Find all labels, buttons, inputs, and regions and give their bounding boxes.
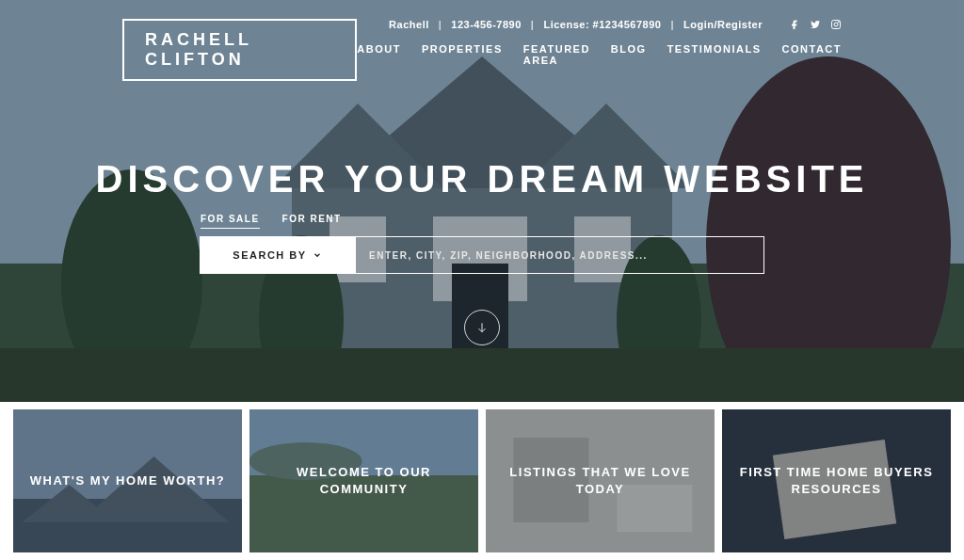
license-number: License: #1234567890 (543, 19, 661, 30)
card-home-worth[interactable]: WHAT'S MY HOME WORTH? (13, 409, 242, 552)
instagram-icon[interactable] (830, 19, 842, 30)
svg-point-17 (838, 22, 839, 23)
facebook-icon[interactable] (789, 19, 800, 30)
search-bar: SEARCH BY (200, 236, 764, 274)
search-by-dropdown[interactable]: SEARCH BY (200, 236, 355, 274)
header-meta: Rachell | 123-456-7890 | License: #12345… (389, 19, 842, 30)
search-by-label: SEARCH BY (233, 249, 306, 261)
card-title: FIRST TIME HOME BUYERS RESOURCES (722, 464, 951, 498)
nav-properties[interactable]: PROPERTIES (422, 43, 503, 66)
nav-featured[interactable]: FEATURED AREA (523, 43, 590, 66)
login-link[interactable]: Login/Register (683, 19, 763, 30)
scroll-down-button[interactable] (464, 310, 500, 345)
nav-contact[interactable]: CONTACT (782, 43, 842, 66)
logo[interactable]: RACHELL CLIFTON (122, 19, 357, 81)
hero-title: DISCOVER YOUR DREAM WEBSITE (0, 158, 964, 200)
card-listings[interactable]: LISTINGS THAT WE LOVE TODAY (486, 409, 715, 552)
main-nav: ABOUT PROPERTIES FEATURED AREA BLOG TEST… (357, 43, 842, 66)
nav-testimonials[interactable]: TESTIMONIALS (667, 43, 762, 66)
tab-for-rent[interactable]: FOR RENT (282, 214, 342, 229)
twitter-icon[interactable] (810, 19, 821, 30)
search-input[interactable] (355, 236, 764, 274)
search-tabs: FOR SALE FOR RENT (0, 214, 964, 229)
phone-number[interactable]: 123-456-7890 (451, 19, 522, 30)
nav-about[interactable]: ABOUT (357, 43, 401, 66)
card-title: WELCOME TO OUR COMMUNITY (249, 464, 478, 498)
feature-cards: WHAT'S MY HOME WORTH? WELCOME TO OUR COM… (0, 402, 964, 560)
tab-for-sale[interactable]: FOR SALE (201, 214, 260, 229)
card-title: WHAT'S MY HOME WORTH? (13, 472, 242, 489)
card-community[interactable]: WELCOME TO OUR COMMUNITY (249, 409, 478, 552)
svg-point-16 (834, 23, 838, 26)
chevron-down-icon (313, 250, 322, 260)
card-title: LISTINGS THAT WE LOVE TODAY (486, 464, 715, 498)
card-resources[interactable]: FIRST TIME HOME BUYERS RESOURCES (722, 409, 951, 552)
nav-blog[interactable]: BLOG (611, 43, 647, 66)
arrow-down-icon (475, 321, 489, 334)
agent-name: Rachell (389, 19, 429, 30)
